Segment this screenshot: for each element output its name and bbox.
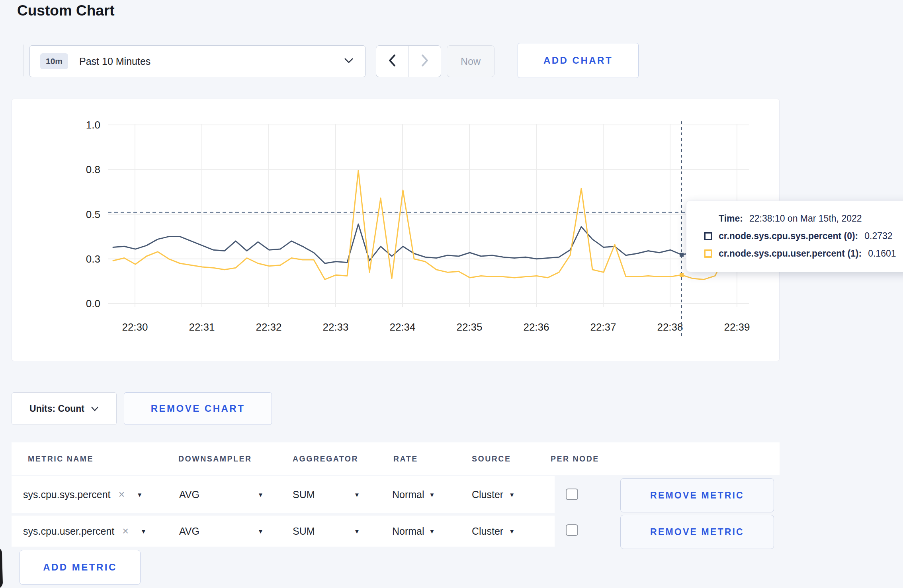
now-button[interactable]: Now [447, 45, 494, 77]
svg-text:1.0: 1.0 [86, 119, 100, 131]
svg-text:22:38: 22:38 [657, 321, 683, 333]
clear-metric-icon[interactable]: × [119, 489, 125, 501]
col-header-aggregator: AGGREGATOR [293, 442, 358, 475]
series-user-swatch-icon [704, 249, 712, 258]
series-sys-swatch-icon [704, 232, 712, 240]
rate-select[interactable]: Normal ▼ [392, 476, 435, 513]
tooltip-series-row: cr.node.sys.cpu.user.percent (1): 0.1601 [704, 245, 903, 262]
tooltip-series-row: cr.node.sys.cpu.sys.percent (0): 0.2732 [704, 227, 903, 245]
toolbar-divider [23, 45, 23, 76]
caret-down-icon[interactable]: ▼ [354, 516, 360, 547]
rate-value: Normal [392, 489, 424, 500]
source-select[interactable]: Cluster ▼ [472, 476, 515, 513]
svg-text:0.3: 0.3 [86, 253, 100, 265]
source-select[interactable]: Cluster ▼ [472, 516, 515, 547]
caret-down-icon: ▼ [141, 528, 147, 535]
tooltip-time-label: Time: [719, 213, 743, 224]
svg-text:22:33: 22:33 [322, 321, 348, 333]
col-header-rate: RATE [393, 442, 418, 475]
remove-metric-button[interactable]: REMOVE METRIC [620, 478, 774, 512]
caret-down-icon: ▼ [509, 528, 515, 535]
metric-name-value: sys.cpu.sys.percent [23, 489, 111, 500]
col-header-per-node: PER NODE [551, 442, 599, 475]
svg-text:22:31: 22:31 [189, 321, 215, 333]
aggregator-select[interactable]: SUM [293, 516, 315, 547]
time-range-select[interactable]: 10m Past 10 Minutes [29, 45, 366, 77]
caret-down-icon: ▼ [429, 528, 435, 535]
metric-name-select[interactable]: sys.cpu.sys.percent × ▼ [23, 476, 143, 513]
next-time-button[interactable] [408, 46, 441, 77]
units-select[interactable]: Units: Count [12, 392, 117, 425]
metric-name-value: sys.cpu.user.percent [23, 526, 114, 537]
tooltip-series-value: 0.1601 [868, 248, 896, 259]
caret-down-icon: ▼ [509, 491, 515, 498]
tooltip-series-label: cr.node.sys.cpu.user.percent (1): [719, 248, 862, 259]
clear-metric-icon[interactable]: × [122, 525, 129, 537]
svg-text:22:39: 22:39 [724, 321, 750, 333]
source-value: Cluster [472, 526, 503, 537]
svg-text:22:32: 22:32 [256, 321, 281, 333]
svg-text:22:30: 22:30 [122, 321, 148, 333]
tooltip-time-value: 22:38:10 on Mar 15th, 2022 [749, 213, 862, 224]
time-series-chart[interactable]: 22:3022:3122:3222:3322:3422:3522:3622:37… [12, 99, 779, 361]
col-header-downsampler: DOWNSAMPLER [178, 442, 252, 475]
caret-down-icon: ▼ [137, 491, 143, 498]
metric-name-select[interactable]: sys.cpu.user.percent × ▼ [23, 516, 147, 547]
add-metric-button[interactable]: ADD METRIC [20, 550, 141, 585]
svg-text:22:35: 22:35 [456, 321, 482, 333]
remove-metric-button[interactable]: REMOVE METRIC [620, 515, 774, 549]
chart-card: 22:3022:3122:3222:3322:3422:3522:3622:37… [12, 99, 780, 361]
col-header-metric-name: METRIC NAME [28, 442, 94, 475]
tooltip-series-label: cr.node.sys.cpu.sys.percent (0): [719, 231, 858, 241]
tooltip-time-row: Time: 22:38:10 on Mar 15th, 2022 [704, 210, 903, 227]
time-range-label: Past 10 Minutes [79, 56, 150, 67]
per-node-checkbox[interactable] [566, 489, 578, 500]
svg-text:0.8: 0.8 [86, 164, 100, 175]
svg-text:0.0: 0.0 [86, 298, 100, 310]
caret-down-icon[interactable]: ▼ [354, 476, 360, 513]
add-chart-button[interactable]: ADD CHART [518, 43, 639, 78]
table-row: sys.cpu.sys.percent × ▼ AVG ▼ SUM ▼ Norm… [12, 476, 555, 513]
rate-value: Normal [392, 526, 424, 537]
time-range-badge: 10m [40, 53, 68, 69]
units-label: Units: Count [29, 403, 84, 414]
chevron-down-icon [91, 406, 99, 411]
downsampler-select[interactable]: AVG [179, 476, 199, 513]
col-header-source: SOURCE [472, 442, 511, 475]
tooltip-series-value: 0.2732 [864, 231, 892, 241]
offscreen-widget-edge [0, 547, 3, 588]
svg-text:0.5: 0.5 [86, 208, 100, 220]
metrics-table-header: METRIC NAME DOWNSAMPLER AGGREGATOR RATE … [12, 442, 780, 475]
caret-down-icon[interactable]: ▼ [258, 516, 264, 547]
svg-text:22:34: 22:34 [389, 321, 415, 333]
per-node-checkbox[interactable] [566, 524, 578, 536]
source-value: Cluster [472, 489, 503, 500]
page-title: Custom Chart [17, 2, 115, 19]
svg-text:22:36: 22:36 [523, 321, 549, 333]
chart-hover-tooltip: Time: 22:38:10 on Mar 15th, 2022 cr.node… [686, 201, 903, 272]
time-step-button-group [376, 45, 441, 77]
chevron-left-icon [387, 54, 397, 69]
chevron-right-icon [420, 54, 430, 69]
downsampler-select[interactable]: AVG [179, 516, 199, 547]
svg-text:22:37: 22:37 [590, 321, 616, 333]
caret-down-icon[interactable]: ▼ [258, 476, 264, 513]
prev-time-button[interactable] [376, 46, 408, 77]
remove-chart-button[interactable]: REMOVE CHART [124, 392, 272, 425]
table-row: sys.cpu.user.percent × ▼ AVG ▼ SUM ▼ Nor… [12, 516, 555, 547]
caret-down-icon: ▼ [429, 491, 435, 498]
rate-select[interactable]: Normal ▼ [392, 516, 435, 547]
chevron-down-icon [344, 57, 354, 65]
aggregator-select[interactable]: SUM [293, 476, 315, 513]
